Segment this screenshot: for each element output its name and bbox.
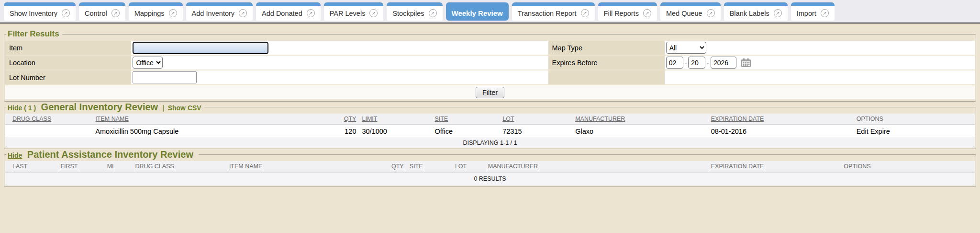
external-link-icon[interactable]: ↗	[111, 9, 120, 17]
cell-qty: 120	[315, 125, 359, 138]
col-drug-class[interactable]: DRUG CLASS	[5, 114, 92, 125]
col-options: OPTIONS	[854, 114, 975, 125]
tab-show-inventory[interactable]: Show Inventory ↗	[4, 2, 76, 21]
tab-label: Transaction Report	[518, 10, 577, 17]
date-separator: -	[707, 59, 709, 67]
col-limit[interactable]: LIMIT	[359, 114, 432, 125]
external-link-icon[interactable]: ↗	[169, 9, 177, 17]
cell-limit: 30/1000	[359, 125, 432, 138]
tab-accent-bar	[4, 2, 76, 6]
legend-separator: |	[163, 104, 165, 112]
col-manufacturer[interactable]: MANUFACTURER	[572, 114, 708, 125]
tab-accent-bar	[324, 2, 384, 6]
external-link-icon[interactable]: ↗	[643, 9, 651, 17]
item-input[interactable]	[133, 42, 268, 54]
tab-accent-bar	[387, 2, 442, 6]
tab-label: Fill Reports	[604, 10, 639, 17]
table-footer-row: DISPLAYING 1-1 / 1	[5, 138, 975, 148]
expires-year-input[interactable]	[711, 57, 736, 69]
lot-number-label: Lot Number	[5, 70, 131, 84]
filter-button[interactable]: Filter	[476, 87, 504, 98]
patient-assistance-legend: Hide Patient Assistance Inventory Review	[6, 149, 199, 160]
col-drug-class[interactable]: DRUG CLASS	[132, 161, 226, 172]
map-type-select[interactable]: All	[666, 42, 706, 54]
results-count: 0 RESULTS	[5, 172, 975, 186]
col-site[interactable]: SITE	[432, 114, 500, 125]
cell-manufacturer: Glaxo	[572, 125, 708, 138]
expires-month-input[interactable]	[666, 57, 683, 69]
tab-bar: Show Inventory ↗ Control ↗ Mappings ↗ Ad…	[0, 0, 980, 23]
tab-blank-labels[interactable]: Blank Labels ↗	[724, 2, 788, 21]
col-site[interactable]: SITE	[407, 161, 452, 172]
tab-med-queue[interactable]: Med Queue ↗	[660, 2, 721, 21]
col-qty[interactable]: QTY	[362, 161, 407, 172]
tab-label: Show Inventory	[10, 10, 57, 17]
col-lot[interactable]: LOT	[500, 114, 572, 125]
tab-accent-bar	[256, 2, 321, 6]
col-qty[interactable]: QTY	[315, 114, 359, 125]
external-link-icon[interactable]: ↗	[429, 9, 437, 17]
page-content: Filter Results Item Map Type All Locatio…	[0, 23, 980, 233]
external-link-icon[interactable]: ↗	[581, 9, 589, 17]
tab-stockpiles[interactable]: Stockpiles ↗	[387, 2, 442, 21]
patient-hide-link[interactable]: Hide	[8, 151, 22, 159]
external-link-icon[interactable]: ↗	[774, 9, 782, 17]
general-inventory-legend: Hide ( 1 ) General Inventory Review | Sh…	[6, 102, 204, 113]
col-mi[interactable]: MI	[104, 161, 133, 172]
table-header-row: LAST FIRST MI DRUG CLASS ITEM NAME QTY S…	[5, 161, 975, 172]
tab-label: Add Inventory	[192, 10, 234, 17]
date-separator: -	[685, 59, 687, 67]
general-inventory-table: DRUG CLASS ITEM NAME QTY LIMIT SITE LOT …	[5, 114, 975, 148]
tab-import[interactable]: Import ↗	[791, 2, 835, 21]
item-label: Item	[5, 41, 131, 55]
table-header-row: DRUG CLASS ITEM NAME QTY LIMIT SITE LOT …	[5, 114, 975, 125]
lot-number-input[interactable]	[133, 71, 197, 83]
tab-label: Med Queue	[666, 10, 702, 17]
tab-transaction-report[interactable]: Transaction Report ↗	[512, 2, 595, 21]
tab-label: Add Donated	[262, 10, 302, 17]
tab-fill-reports[interactable]: Fill Reports ↗	[598, 2, 657, 21]
tab-add-donated[interactable]: Add Donated ↗	[256, 2, 321, 21]
col-first[interactable]: FIRST	[57, 161, 104, 172]
external-link-icon[interactable]: ↗	[821, 9, 829, 17]
inventory-row: Amoxicillin 500mg Capsule 120 30/1000 Of…	[5, 125, 975, 138]
empty-cell	[665, 70, 975, 84]
location-select[interactable]: Office	[133, 57, 163, 69]
external-link-icon[interactable]: ↗	[369, 9, 378, 17]
col-last[interactable]: LAST	[5, 161, 57, 172]
edit-expire-action[interactable]: Edit Expire	[854, 125, 975, 138]
tab-add-inventory[interactable]: Add Inventory ↗	[186, 2, 253, 21]
tab-control[interactable]: Control ↗	[79, 2, 125, 21]
tab-accent-bar	[129, 2, 183, 6]
cell-item-name: Amoxicillin 500mg Capsule	[92, 125, 315, 138]
filter-results-section: Filter Results Item Map Type All Locatio…	[4, 29, 976, 102]
empty-cell	[548, 70, 665, 84]
tab-par-levels[interactable]: PAR Levels ↗	[324, 2, 384, 21]
col-expiration-date[interactable]: EXPIRATION DATE	[708, 161, 841, 172]
tab-accent-bar	[598, 2, 657, 6]
tab-accent-bar	[791, 2, 835, 6]
external-link-icon[interactable]: ↗	[239, 9, 247, 17]
location-label: Location	[5, 56, 131, 70]
external-link-icon[interactable]: ↗	[62, 9, 70, 17]
col-item-name[interactable]: ITEM NAME	[92, 114, 315, 125]
tab-weekly-review[interactable]: Weekly Review	[446, 2, 509, 21]
col-item-name[interactable]: ITEM NAME	[226, 161, 362, 172]
tab-accent-bar	[724, 2, 788, 6]
expires-day-input[interactable]	[688, 57, 705, 69]
general-hide-link[interactable]: Hide ( 1 )	[8, 104, 36, 112]
tab-label: PAR Levels	[330, 10, 366, 17]
patient-assistance-table: LAST FIRST MI DRUG CLASS ITEM NAME QTY S…	[5, 161, 975, 186]
col-expiration-date[interactable]: EXPIRATION DATE	[708, 114, 854, 125]
filter-form: Item Map Type All Location Office	[5, 40, 975, 100]
tab-accent-bar	[186, 2, 253, 6]
calendar-icon[interactable]	[741, 58, 751, 68]
cell-expiration-date: 08-01-2016	[708, 125, 854, 138]
tab-mappings[interactable]: Mappings ↗	[129, 2, 183, 21]
external-link-icon[interactable]: ↗	[707, 9, 715, 17]
show-csv-link[interactable]: Show CSV	[168, 104, 201, 112]
col-manufacturer[interactable]: MANUFACTURER	[485, 161, 708, 172]
external-link-icon[interactable]: ↗	[307, 9, 315, 17]
col-lot[interactable]: LOT	[452, 161, 485, 172]
tab-accent-bar	[446, 2, 509, 6]
